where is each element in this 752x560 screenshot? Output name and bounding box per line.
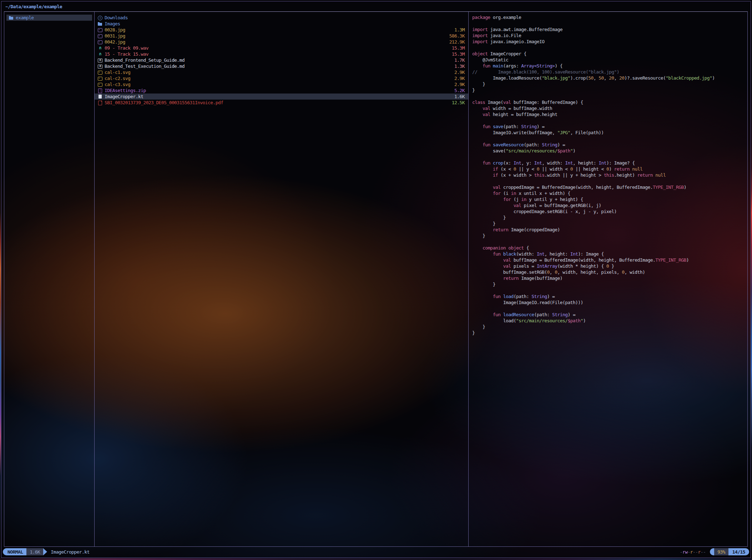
file-row[interactable]: 15 - Track 15.wav15.3M [95, 51, 468, 57]
file-icon [97, 94, 103, 100]
file-name: 0042.jpg [105, 39, 125, 45]
code-line [472, 178, 747, 185]
file-row[interactable]: Downloads [95, 15, 468, 21]
terminal-window: ~/Data/example/example example Downloads… [1, 1, 751, 558]
screen: ~/Data/example/example example Downloads… [0, 0, 752, 560]
file-row[interactable]: cal-c1.svg2.9K [95, 69, 468, 75]
code-line [472, 306, 747, 312]
file-list-pane[interactable]: DownloadsImages0028.jpg1.3M0031.jpg586.3… [95, 12, 469, 546]
code-line: import java.io.File [472, 33, 747, 39]
file-size: 1.7K [450, 57, 465, 63]
file-name: SBI_0032013739_2023_DE05_0003155631Invoi… [105, 100, 223, 105]
code-line: return Image(buffImage) [472, 276, 747, 282]
image-icon [97, 33, 103, 39]
permission-token: -- [701, 549, 706, 555]
code-line: ImageIO.write(buffImage, "JPG", File(pat… [472, 130, 747, 136]
file-row[interactable]: 0028.jpg1.3M [95, 27, 468, 33]
code-line [472, 288, 747, 294]
code-line: for (i in x until x + width) { [472, 191, 747, 197]
file-size: 2.9K [450, 82, 465, 87]
file-size: 15.3M [448, 51, 465, 57]
code-line: class Image(val buffImage: BufferedImage… [472, 100, 747, 106]
code-line [472, 136, 747, 142]
permission-token: r [698, 549, 700, 555]
file-name: cal-c2.svg [105, 76, 130, 81]
vector-icon [97, 81, 103, 87]
code-line: buffImage.setRGB(0, 0, width, height, pi… [472, 269, 747, 276]
code-line: val croppedImage = BufferedImage(width, … [472, 185, 747, 191]
code-line: } [472, 324, 747, 330]
file-row[interactable]: SBI_0032013739_2023_DE05_0003155631Invoi… [95, 100, 468, 106]
path-bar: ~/Data/example/example [1, 1, 751, 11]
code-line: Image(ImageIO.read(File(path))) [472, 300, 747, 306]
file-size: 2.9K [450, 76, 465, 81]
folder-icon [97, 21, 103, 27]
file-row[interactable]: IDEAsettings.zip5.2K [95, 87, 468, 94]
code-line: companion object { [472, 245, 747, 251]
image-icon [97, 27, 103, 33]
parent-pane[interactable]: example [4, 12, 95, 546]
code-line: save("src/main/resources/$path") [472, 148, 747, 154]
code-line [472, 45, 747, 51]
folder-download-icon [97, 15, 103, 21]
file-row[interactable]: ImageCropper.kt1.6K [95, 94, 468, 100]
code-line: } [472, 282, 747, 288]
permission-token: - [688, 549, 690, 555]
code-line: } [472, 87, 747, 94]
file-row[interactable]: 09 - Track 09.wav15.3M [95, 45, 468, 51]
code-line: } [472, 81, 747, 87]
file-row[interactable]: Images [95, 21, 468, 27]
file-row[interactable]: 0031.jpg586.3K [95, 33, 468, 39]
scroll-percent: 93% [714, 548, 728, 555]
code-line: for (j in y until y + height) { [472, 197, 747, 203]
file-row[interactable]: cal-c2.svg2.9K [95, 75, 468, 81]
file-name: 0031.jpg [105, 33, 125, 39]
file-name: Backend_Test_Execution_Guide.md [105, 64, 185, 69]
wallpaper-edge-bottom [0, 558, 752, 560]
file-name: 09 - Track 09.wav [105, 45, 148, 51]
current-path: ~/Data/example/example [5, 4, 62, 9]
code-line: val width = buffImage.width [472, 106, 747, 112]
code-line: val height = buffImage.height [472, 112, 747, 118]
code-line: } [472, 233, 747, 239]
file-name: cal-c3.svg [105, 82, 130, 87]
code-line: } [472, 330, 747, 336]
code-line [472, 118, 747, 124]
file-name: IDEAsettings.zip [105, 88, 146, 93]
file-size: 1.3K [450, 64, 465, 69]
file-permissions: -rw-r--r-- [680, 549, 706, 555]
file-name: 0028.jpg [105, 27, 125, 32]
code-line: package org.example [472, 15, 747, 21]
file-row[interactable]: Backend_Test_Execution_Guide.md1.3K [95, 63, 468, 69]
code-line: import java.awt.image.BufferedImage [472, 27, 747, 33]
file-name: Backend_Frontend_Setup_Guide.md [105, 57, 185, 63]
file-size: 586.3K [445, 33, 465, 39]
code-line: } [472, 215, 747, 221]
code-line: fun crop(x: Int, y: Int, width: Int, hei… [472, 160, 747, 166]
audio-icon [97, 45, 103, 51]
parent-dir-item[interactable]: example [6, 15, 92, 21]
image-icon [97, 39, 103, 45]
file-size: 1.3M [450, 27, 465, 32]
code-line: load("src/main/resources/$path") [472, 318, 747, 324]
permission-token: r [690, 549, 693, 555]
code-line: fun main(args: Array<String>) { [472, 63, 747, 69]
file-row[interactable]: 0042.jpg212.9K [95, 39, 468, 45]
status-file-name: ImageCropper.kt [51, 549, 89, 555]
code-line [472, 239, 747, 245]
code-line [472, 94, 747, 100]
file-row[interactable]: cal-c3.svg2.9K [95, 81, 468, 87]
pdf-icon [97, 100, 103, 106]
code-line: fun load(path: String) = [472, 294, 747, 300]
markdown-icon [97, 63, 103, 69]
code-line: fun saveResource(path: String) = [472, 142, 747, 148]
file-row[interactable]: Backend_Frontend_Setup_Guide.md1.7K [95, 57, 468, 63]
file-name: ImageCropper.kt [105, 94, 143, 99]
archive-icon [97, 87, 103, 94]
status-bar-left: NORMAL 1.6K ImageCropper.kt [3, 548, 90, 555]
code-line: @JvmStatic [472, 57, 747, 63]
file-name: Images [105, 21, 120, 26]
code-line: } [472, 221, 747, 227]
preview-pane[interactable]: package org.example import java.awt.imag… [469, 12, 747, 546]
code-line: val pixel = buffImage.getRGB(i, j) [472, 203, 747, 209]
